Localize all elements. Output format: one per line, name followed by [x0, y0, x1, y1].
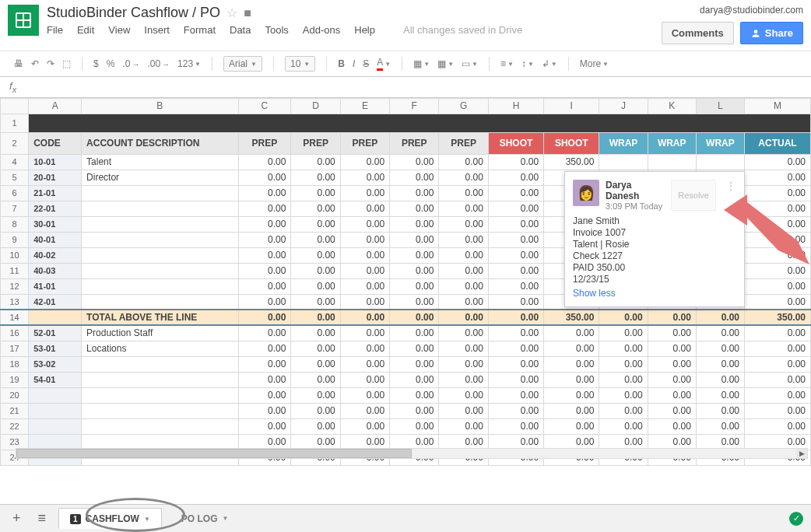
column-header[interactable]: F	[390, 98, 439, 114]
cell[interactable]: 0.00	[291, 201, 340, 216]
cell[interactable]	[82, 294, 238, 310]
cell[interactable]: 22-01	[29, 201, 82, 216]
cell[interactable]: 0.00	[745, 341, 811, 356]
cell[interactable]: 0.00	[745, 278, 811, 294]
cell[interactable]: 0.00	[648, 341, 696, 356]
horizontal-scrollbar[interactable]: ◀ ▶	[16, 448, 808, 459]
cell[interactable]: 0.00	[439, 356, 488, 372]
cell[interactable]	[696, 154, 744, 170]
cell[interactable]: 0.00	[238, 154, 291, 170]
cell[interactable]: 0.00	[439, 216, 488, 232]
row-header[interactable]: 18	[1, 356, 29, 372]
row-header[interactable]: 13	[1, 294, 29, 310]
cell[interactable]: 21-01	[29, 185, 82, 201]
cell[interactable]: 0.00	[291, 341, 340, 356]
cell[interactable]	[599, 154, 648, 170]
cell[interactable]: 0.00	[544, 387, 599, 403]
cell[interactable]: 0.00	[439, 294, 488, 310]
column-header[interactable]: B	[82, 98, 238, 114]
row-header[interactable]: 8	[1, 216, 29, 232]
cell[interactable]: 0.00	[291, 154, 340, 170]
row-header[interactable]: 12	[1, 278, 29, 294]
cell[interactable]: 0.00	[340, 216, 389, 232]
cell[interactable]: 0.00	[544, 325, 599, 341]
cell[interactable]: 0.00	[696, 418, 744, 434]
cell[interactable]: 40-03	[29, 263, 82, 278]
cell[interactable]: 0.00	[439, 201, 488, 216]
cell[interactable]: 0.00	[291, 232, 340, 247]
cell[interactable]: ACCOUNT DESCRIPTION	[82, 132, 238, 154]
cell[interactable]: 0.00	[544, 418, 599, 434]
cell[interactable]	[29, 403, 82, 418]
valign-icon[interactable]: ↕ ▼	[521, 58, 534, 69]
more-button[interactable]: More ▼	[580, 58, 609, 69]
cell[interactable]: 0.00	[340, 387, 389, 403]
cell[interactable]: 0.00	[291, 372, 340, 387]
cell[interactable]: 0.00	[696, 341, 744, 356]
cell[interactable]	[82, 216, 238, 232]
cell[interactable]: 0.00	[544, 403, 599, 418]
menu-edit[interactable]: Edit	[77, 24, 94, 36]
row-header[interactable]: 22	[1, 418, 29, 434]
row-header[interactable]: 10	[1, 247, 29, 263]
font-size-select[interactable]: 10▼	[285, 56, 315, 72]
chevron-down-icon[interactable]: ▼	[144, 516, 150, 523]
row-header[interactable]: 16	[1, 325, 29, 341]
cell[interactable]: 0.00	[745, 356, 811, 372]
cell[interactable]: Director	[82, 170, 238, 185]
cell[interactable]: 0.00	[291, 418, 340, 434]
cell[interactable]: 0.00	[544, 356, 599, 372]
text-color-icon[interactable]: A ▼	[377, 57, 391, 71]
paint-format-icon[interactable]: ⬚	[62, 58, 71, 69]
add-sheet-button[interactable]: +	[8, 510, 26, 527]
cell[interactable]: 0.00	[390, 201, 439, 216]
column-header[interactable]: H	[488, 98, 543, 114]
cell[interactable]: 0.00	[488, 278, 543, 294]
cell[interactable]: 0.00	[291, 387, 340, 403]
menu-tools[interactable]: Tools	[265, 24, 288, 36]
column-header[interactable]: C	[238, 98, 291, 114]
cell[interactable]: 0.00	[745, 247, 811, 263]
cell[interactable]: 40-02	[29, 247, 82, 263]
cell[interactable]: 0.00	[696, 403, 744, 418]
cell[interactable]: 0.00	[291, 263, 340, 278]
cell[interactable]: 0.00	[291, 278, 340, 294]
cell[interactable]	[29, 418, 82, 434]
cell[interactable]: Production Staff	[82, 325, 238, 341]
cell[interactable]: 0.00	[599, 387, 648, 403]
cell[interactable]: 0.00	[390, 278, 439, 294]
cell[interactable]: 0.00	[238, 216, 291, 232]
cell[interactable]: 350.00	[544, 154, 599, 170]
cell[interactable]: 0.00	[696, 325, 744, 341]
cell[interactable]: ACTUAL	[745, 132, 811, 154]
cell[interactable]: 0.00	[439, 247, 488, 263]
cell[interactable]: 0.00	[238, 232, 291, 247]
column-header[interactable]: L	[696, 98, 744, 114]
row-header[interactable]: 6	[1, 185, 29, 201]
cell[interactable]: 0.00	[648, 356, 696, 372]
cell[interactable]: 0.00	[238, 201, 291, 216]
resolve-button[interactable]: Resolve	[671, 180, 716, 211]
cell[interactable]: 0.00	[340, 154, 389, 170]
cell[interactable]: 0.00	[648, 372, 696, 387]
dec-up-button[interactable]: .00→	[147, 58, 170, 69]
cell[interactable]: 0.00	[599, 372, 648, 387]
cell[interactable]: 0.00	[544, 341, 599, 356]
share-button[interactable]: Share	[740, 22, 803, 44]
cell[interactable]: SHOOT	[488, 132, 543, 154]
cell[interactable]: 0.00	[238, 263, 291, 278]
cell[interactable]: SHOOT	[544, 132, 599, 154]
cell[interactable]: 0.00	[745, 325, 811, 341]
cell[interactable]	[82, 403, 238, 418]
cell[interactable]: 0.00	[745, 403, 811, 418]
cell[interactable]	[82, 387, 238, 403]
cell[interactable]: 20-01	[29, 170, 82, 185]
cell[interactable]: 0.00	[340, 232, 389, 247]
menu-view[interactable]: View	[108, 24, 130, 36]
cell[interactable]: 0.00	[488, 154, 543, 170]
column-header[interactable]: D	[291, 98, 340, 114]
sheets-logo[interactable]	[8, 5, 39, 36]
cell[interactable]: 40-01	[29, 232, 82, 247]
cell[interactable]	[82, 247, 238, 263]
cell[interactable]: 0.00	[340, 278, 389, 294]
